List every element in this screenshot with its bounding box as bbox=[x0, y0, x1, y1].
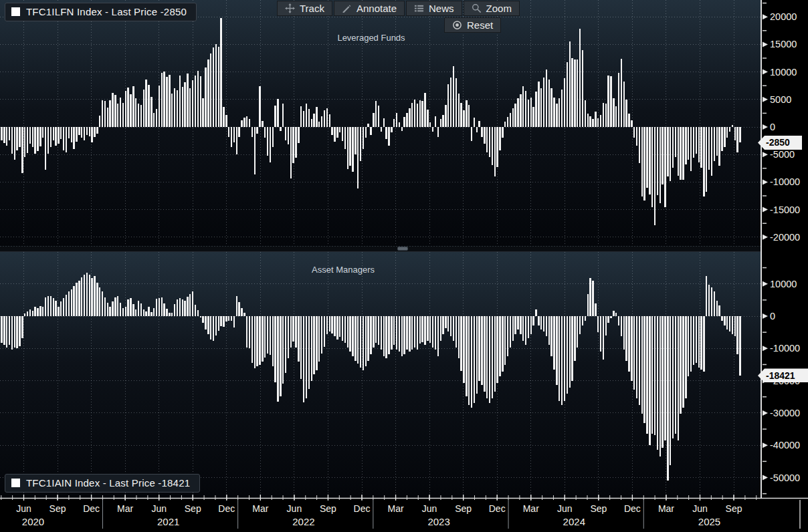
last-price-tag-asset-managers: -18421 bbox=[758, 368, 808, 382]
svg-text:10000: 10000 bbox=[770, 279, 797, 289]
zoom-magnifier-icon bbox=[472, 3, 482, 13]
svg-text:Dec: Dec bbox=[218, 503, 235, 514]
svg-text:2020: 2020 bbox=[22, 516, 44, 527]
svg-text:Jun: Jun bbox=[692, 503, 708, 514]
track-button[interactable]: Track bbox=[277, 1, 332, 16]
svg-text:Sep: Sep bbox=[320, 503, 336, 514]
legend-label: TFC1IAIN Index - Last Price -18421 bbox=[26, 477, 190, 489]
svg-text:2025: 2025 bbox=[698, 516, 720, 527]
annotate-button[interactable]: Annotate bbox=[334, 1, 405, 16]
svg-text:Sep: Sep bbox=[49, 503, 66, 514]
svg-text:Dec: Dec bbox=[354, 503, 371, 514]
annotate-pencil-icon bbox=[342, 3, 352, 13]
legend-swatch-icon bbox=[11, 479, 20, 487]
svg-text:-20000: -20000 bbox=[770, 232, 800, 243]
news-button-label: News bbox=[429, 3, 454, 14]
svg-text:Sep: Sep bbox=[590, 503, 607, 514]
last-price-tag-leveraged-funds: -2850 bbox=[758, 136, 802, 150]
y-axis: 20000150001000050000-5000-10000-15000-20… bbox=[761, 0, 808, 498]
svg-text:-10000: -10000 bbox=[770, 343, 800, 354]
news-button[interactable]: News bbox=[406, 1, 462, 16]
annotate-button-label: Annotate bbox=[357, 3, 397, 14]
svg-text:Jun: Jun bbox=[151, 503, 167, 514]
reset-button[interactable]: Reset bbox=[444, 17, 501, 33]
terminal-chart-window: 20000150001000050000-5000-10000-15000-20… bbox=[0, 0, 808, 532]
svg-text:2024: 2024 bbox=[563, 516, 585, 527]
svg-text:-5000: -5000 bbox=[770, 149, 795, 160]
legend-swatch-icon bbox=[11, 7, 20, 16]
panel-divider-handle[interactable] bbox=[397, 247, 408, 251]
svg-text:Jun: Jun bbox=[557, 503, 573, 514]
svg-text:Mar: Mar bbox=[117, 503, 133, 514]
svg-text:Mar: Mar bbox=[387, 503, 403, 514]
svg-text:Mar: Mar bbox=[658, 503, 674, 514]
svg-text:2022: 2022 bbox=[292, 516, 314, 527]
legend-leveraged-funds[interactable]: TFC1ILFN Index - Last Price -2850 bbox=[5, 3, 197, 21]
reset-record-icon bbox=[452, 20, 462, 30]
zoom-button-label: Zoom bbox=[486, 3, 512, 14]
svg-text:2023: 2023 bbox=[427, 516, 449, 527]
svg-text:Jun: Jun bbox=[287, 503, 302, 514]
svg-text:Dec: Dec bbox=[83, 503, 100, 514]
svg-text:Dec: Dec bbox=[489, 503, 506, 514]
svg-text:5000: 5000 bbox=[770, 94, 791, 105]
svg-text:0: 0 bbox=[770, 311, 775, 321]
svg-text:2021: 2021 bbox=[157, 516, 179, 527]
svg-text:10000: 10000 bbox=[770, 67, 797, 78]
legend-asset-managers[interactable]: TFC1IAIN Index - Last Price -18421 bbox=[5, 474, 200, 493]
track-button-label: Track bbox=[300, 3, 324, 14]
svg-text:Sep: Sep bbox=[455, 503, 472, 514]
track-crosshair-icon bbox=[285, 3, 295, 13]
svg-text:15000: 15000 bbox=[770, 39, 797, 49]
svg-text:Sep: Sep bbox=[726, 503, 742, 514]
panel-title-leveraged-funds: Leveraged Funds bbox=[337, 33, 405, 43]
svg-text:-50000: -50000 bbox=[770, 473, 800, 483]
x-axis: JunSepDecMarJunSepDecMarJunSepDecMarJunS… bbox=[0, 495, 808, 532]
zoom-button[interactable]: Zoom bbox=[464, 1, 520, 16]
svg-text:Dec: Dec bbox=[624, 503, 641, 514]
svg-text:Mar: Mar bbox=[252, 503, 268, 514]
svg-text:0: 0 bbox=[770, 122, 775, 132]
svg-text:-15000: -15000 bbox=[770, 205, 800, 215]
svg-text:-10000: -10000 bbox=[770, 176, 800, 187]
last-price-value: -18421 bbox=[766, 370, 795, 381]
svg-text:Jun: Jun bbox=[422, 503, 437, 514]
reset-button-label: Reset bbox=[467, 19, 493, 31]
panel-title-asset-managers: Asset Managers bbox=[312, 265, 375, 275]
last-price-value: -2850 bbox=[766, 137, 790, 148]
news-lines-icon bbox=[414, 3, 424, 13]
svg-text:-40000: -40000 bbox=[770, 440, 800, 450]
svg-text:Sep: Sep bbox=[185, 503, 201, 514]
svg-text:20000: 20000 bbox=[770, 11, 797, 22]
svg-text:Mar: Mar bbox=[523, 503, 539, 514]
legend-label: TFC1ILFN Index - Last Price -2850 bbox=[26, 6, 187, 17]
chart-canvas[interactable]: 20000150001000050000-5000-10000-15000-20… bbox=[0, 0, 808, 532]
svg-text:Jun: Jun bbox=[16, 503, 31, 514]
chart-toolbar: Track Annotate News Zoom bbox=[277, 1, 520, 16]
svg-text:-30000: -30000 bbox=[770, 408, 800, 418]
